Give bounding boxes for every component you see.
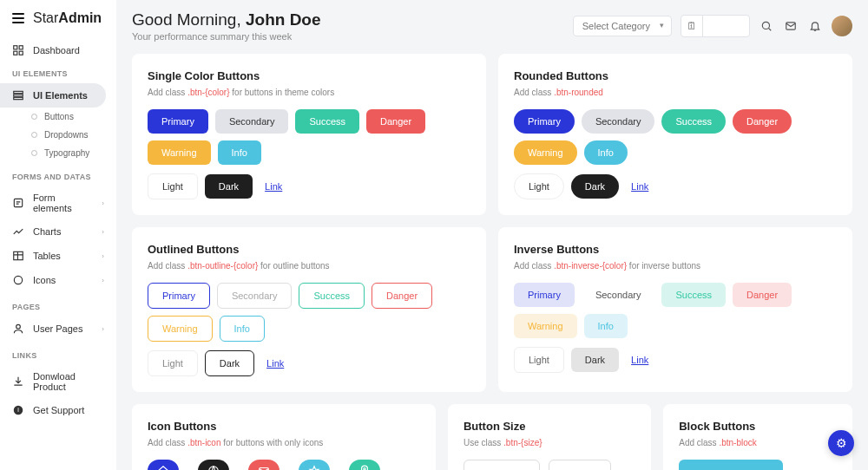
btn-light-outline[interactable]: Light — [148, 350, 198, 376]
nav-form-elements[interactable]: Form elements› — [0, 186, 116, 219]
grid-icon — [12, 44, 24, 56]
nav-download[interactable]: Donwload Product — [0, 365, 116, 398]
btn-success-inverse[interactable]: Success — [661, 283, 726, 307]
brand: StarAdmin — [0, 10, 116, 38]
svg-rect-0 — [14, 46, 17, 49]
svg-rect-4 — [14, 91, 23, 93]
user-icon — [12, 323, 24, 335]
nav-ui-elements[interactable]: UI Elements — [0, 83, 106, 108]
download-icon — [12, 375, 24, 388]
btn-dark-inverse[interactable]: Dark — [571, 348, 619, 372]
icon-btn-home[interactable] — [148, 460, 179, 470]
nav-sub-buttons[interactable]: Buttons — [23, 108, 116, 126]
settings-fab[interactable]: ⚙ — [828, 430, 854, 456]
card-hint: Add class .btn-rounded — [514, 88, 837, 97]
btn-primary-outline[interactable]: Primary — [148, 283, 210, 309]
nav-tables[interactable]: Tables› — [0, 244, 116, 268]
btn-primary[interactable]: Primary — [148, 109, 208, 134]
btn-success-rounded[interactable]: Success — [661, 109, 726, 134]
btn-dark[interactable]: Dark — [205, 174, 253, 199]
bell-icon[interactable] — [807, 18, 823, 34]
card-icon-buttons: Icon Buttons Add class .btn-icon for but… — [132, 404, 436, 470]
btn-block-info[interactable]: Block buttons ☰ — [679, 460, 783, 470]
category-select[interactable]: Select Category — [573, 16, 672, 36]
date-picker[interactable]: 🗓 — [681, 15, 750, 37]
btn-lg-outline[interactable]: btn-lg — [464, 460, 540, 470]
btn-warning-outline[interactable]: Warning — [148, 316, 213, 342]
search-icon[interactable] — [759, 18, 774, 34]
btn-warning[interactable]: Warning — [148, 140, 211, 165]
card-rounded: Rounded Buttons Add class .btn-rounded P… — [498, 54, 852, 215]
menu-toggle-icon[interactable] — [12, 13, 24, 23]
btn-info[interactable]: Info — [218, 140, 261, 165]
btn-secondary-rounded[interactable]: Secondary — [582, 109, 655, 134]
info-icon: i — [12, 404, 24, 416]
svg-point-17 — [364, 468, 365, 470]
svg-point-10 — [16, 324, 21, 329]
btn-light[interactable]: Light — [148, 173, 198, 199]
btn-light-inverse[interactable]: Light — [514, 347, 564, 373]
btn-secondary-inverse[interactable]: Secondary — [582, 283, 655, 307]
svg-rect-6 — [14, 97, 23, 99]
btn-md-outline[interactable]: btn-md — [549, 460, 611, 470]
btn-danger-rounded[interactable]: Danger — [733, 109, 792, 134]
nav-icons[interactable]: Icons› — [0, 268, 116, 292]
btn-info-inverse[interactable]: Info — [584, 314, 628, 338]
card-title: Single Color Buttons — [148, 69, 470, 82]
nav-support[interactable]: iGet Support — [0, 398, 116, 422]
btn-success-outline[interactable]: Success — [299, 283, 365, 309]
btn-dark-rounded[interactable]: Dark — [571, 174, 619, 199]
icon-btn-globe[interactable] — [198, 460, 229, 470]
mail-icon[interactable] — [783, 18, 799, 34]
icons-icon — [12, 274, 24, 286]
form-icon — [12, 197, 24, 209]
nav-dashboard[interactable]: Dashboard — [0, 38, 116, 62]
svg-rect-5 — [14, 95, 23, 96]
btn-danger-outline[interactable]: Danger — [372, 283, 432, 309]
card-title: Rounded Buttons — [514, 69, 837, 82]
icon-btn-pin[interactable] — [349, 460, 380, 470]
btn-link-outline[interactable]: Link — [261, 351, 289, 375]
btn-dark-outline[interactable]: Dark — [205, 350, 254, 376]
icon-btn-star[interactable] — [299, 460, 330, 470]
btn-link[interactable]: Link — [260, 174, 287, 199]
card-outlined: Outlined Buttons Add class .btn-outline-… — [132, 227, 486, 392]
btn-link-inverse[interactable]: Link — [626, 348, 654, 372]
nav-charts[interactable]: Charts› — [0, 219, 116, 244]
nav-section-pages: PAGES — [0, 303, 116, 317]
card-hint: Add class .btn-outline-{color} for outli… — [148, 261, 470, 271]
btn-danger[interactable]: Danger — [366, 109, 425, 134]
chevron-right-icon: › — [102, 325, 104, 333]
nav-section-ui: UI ELEMENTS — [0, 69, 116, 83]
btn-link-rounded[interactable]: Link — [626, 174, 654, 199]
nav-user-pages[interactable]: User Pages› — [0, 317, 116, 341]
card-title: Icon Buttons — [148, 420, 420, 433]
topbar: Good Morning, John Doe Your performance … — [116, 0, 868, 45]
btn-secondary[interactable]: Secondary — [215, 109, 289, 134]
btn-success[interactable]: Success — [295, 109, 359, 134]
btn-info-outline[interactable]: Info — [220, 316, 265, 342]
btn-info-rounded[interactable]: Info — [584, 140, 628, 165]
btn-warning-rounded[interactable]: Warning — [514, 140, 577, 165]
svg-rect-1 — [19, 46, 23, 49]
btn-primary-inverse[interactable]: Primary — [514, 283, 575, 307]
chevron-right-icon: › — [102, 252, 104, 260]
card-inverse: Inverse Buttons Add class .btn-inverse-{… — [498, 227, 852, 392]
btn-light-rounded[interactable]: Light — [514, 173, 564, 199]
svg-point-9 — [14, 276, 22, 284]
svg-rect-2 — [14, 51, 17, 55]
greeting: Good Morning, John Doe Your performance … — [132, 10, 321, 42]
btn-primary-rounded[interactable]: Primary — [514, 109, 575, 134]
chevron-right-icon: › — [102, 228, 104, 236]
nav-sub-dropdowns[interactable]: Dropdowns — [23, 126, 116, 144]
btn-danger-inverse[interactable]: Danger — [733, 283, 792, 307]
svg-point-13 — [762, 22, 769, 29]
icon-btn-mail[interactable] — [248, 460, 279, 470]
card-hint: Add class .btn-{color} for buttons in th… — [148, 88, 470, 97]
card-single-color: Single Color Buttons Add class .btn-{col… — [132, 54, 486, 215]
btn-warning-inverse[interactable]: Warning — [514, 314, 577, 338]
avatar[interactable] — [832, 16, 852, 36]
card-hint: Add class .btn-icon for buttons with onl… — [148, 438, 420, 447]
nav-sub-typography[interactable]: Typography — [23, 144, 116, 162]
btn-secondary-outline[interactable]: Secondary — [217, 283, 293, 309]
